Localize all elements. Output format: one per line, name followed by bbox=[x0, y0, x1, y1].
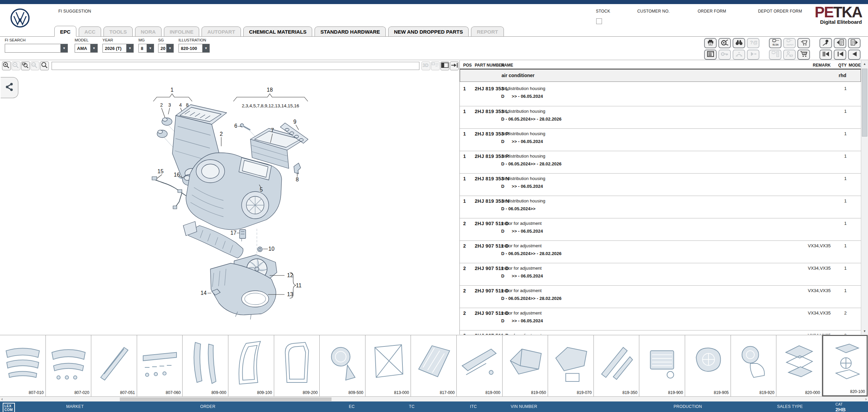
tab-standard-hardware[interactable]: STANDARD HARDWARE bbox=[315, 26, 386, 36]
svg-text:11[interactable]: 11 bbox=[296, 283, 302, 288]
chevron-down-icon[interactable]: ▼ bbox=[90, 44, 97, 52]
callout-18[interactable]: 18 bbox=[267, 87, 273, 93]
svg-text:9[interactable]: 9 bbox=[294, 119, 297, 125]
parts-diagram[interactable]: 1 18 2 3 4 8 2,3,4,5,7,8,9,12,13,14,15,1… bbox=[0, 72, 459, 335]
list-view-button[interactable] bbox=[704, 50, 717, 60]
svg-text:4[interactable]: 4 bbox=[179, 102, 182, 108]
zoom-area-button[interactable] bbox=[21, 61, 30, 70]
table-row[interactable]: 22HJ 907 511 Dmotor for adjustmentD - 06… bbox=[460, 285, 861, 308]
doc-next-button[interactable] bbox=[848, 38, 861, 48]
thumbnail-813-000[interactable]: 813-000 bbox=[365, 335, 411, 396]
pushpin-button[interactable] bbox=[819, 38, 832, 48]
cart-button[interactable] bbox=[797, 50, 810, 60]
table-row[interactable]: 12HJ 819 353 Lair distribution housingD … bbox=[460, 106, 861, 128]
svg-text:10[interactable]: 10 bbox=[268, 246, 275, 252]
thumbnail-820-100[interactable]: 820-100 bbox=[822, 335, 868, 396]
svg-text:14[interactable]: 14 bbox=[201, 290, 207, 296]
sg-select[interactable]: 20▼ bbox=[158, 44, 174, 53]
table-group-row[interactable]: air conditioner rhd bbox=[460, 69, 861, 82]
illustration-search-input[interactable] bbox=[52, 62, 419, 70]
chevron-down-icon[interactable]: ▼ bbox=[166, 44, 173, 52]
thumbnail-807-060[interactable]: 807-060 bbox=[137, 335, 183, 396]
table-row[interactable]: 12HJ 819 353 Pair distribution housingD … bbox=[460, 151, 861, 173]
thumbnail-819-905[interactable]: 819-905 bbox=[685, 335, 731, 396]
thumbnail-label: 809-100 bbox=[257, 390, 272, 395]
table-scrollbar[interactable]: ▲ ▼ bbox=[861, 60, 868, 335]
svg-text:6[interactable]: 6 bbox=[234, 123, 238, 129]
tab-chemical-materials[interactable]: CHEMICAL MATERIALS bbox=[243, 26, 312, 36]
scroll-left-button[interactable]: ‹ bbox=[1, 397, 3, 401]
table-row[interactable]: 22HJ 907 511 Dmotor for adjustmentD >> -… bbox=[460, 263, 861, 285]
thumbnail-809-100[interactable]: 809-100 bbox=[228, 335, 274, 396]
split-view-button[interactable] bbox=[440, 61, 449, 70]
thumbnail-819-070[interactable]: 819-070 bbox=[548, 335, 594, 396]
table-row[interactable]: 22HJ 907 511 Dmotor for adjustmentD >> -… bbox=[460, 308, 861, 330]
model-select[interactable]: AMA▼ bbox=[75, 44, 98, 53]
wheel-search-button[interactable] bbox=[718, 38, 731, 48]
thumbnail-809-500[interactable]: 809-500 bbox=[320, 335, 365, 396]
chevron-down-icon[interactable]: ▼ bbox=[202, 44, 209, 52]
thumbnail-817-000[interactable]: 817-000 bbox=[411, 335, 457, 396]
table-row[interactable]: 22HJ 907 511 Dmotor for adjustmentD >> -… bbox=[460, 330, 861, 335]
table-row[interactable]: 12HJ 819 353 Nair distribution housingD … bbox=[460, 173, 861, 196]
table-row[interactable]: 22HJ 907 511 Dmotor for adjustmentD >> -… bbox=[460, 218, 861, 240]
share-button[interactable] bbox=[1, 77, 18, 98]
elsa-monitor-button[interactable]: ELSA bbox=[769, 38, 781, 48]
zoom-free-button[interactable] bbox=[40, 61, 49, 70]
doc-prev-button[interactable] bbox=[834, 38, 846, 48]
thumbnail-807-020[interactable]: 807-020 bbox=[46, 335, 92, 396]
cart-add-button[interactable] bbox=[797, 38, 810, 48]
callout-1[interactable]: 1 bbox=[171, 87, 174, 93]
table-row[interactable]: 12HJ 819 353 Pair distribution housingD … bbox=[460, 128, 861, 151]
svg-text:3[interactable]: 3 bbox=[168, 102, 171, 108]
svg-text:12[interactable]: 12 bbox=[287, 272, 293, 278]
table-row[interactable]: 12HJ 819 353 Nair distribution housingD … bbox=[460, 196, 861, 218]
illustration-select[interactable]: 820-100▼ bbox=[178, 44, 210, 53]
year-select[interactable]: 2026 (T)▼ bbox=[102, 44, 134, 53]
col-model: MODEL bbox=[849, 63, 861, 68]
thumbnail-819-050[interactable]: 819-050 bbox=[503, 335, 548, 396]
thumbnail-819-350[interactable]: 819-350 bbox=[594, 335, 640, 396]
nav-back-button[interactable] bbox=[848, 50, 861, 60]
thumbnail-819-900[interactable]: 819-900 bbox=[639, 335, 685, 396]
scroll-right-button[interactable]: › bbox=[865, 397, 867, 401]
svg-text:17[interactable]: 17 bbox=[230, 230, 237, 236]
svg-text:15[interactable]: 15 bbox=[157, 168, 164, 174]
chevron-down-icon[interactable]: ▼ bbox=[126, 44, 133, 52]
svg-text:2[interactable]: 2 bbox=[220, 131, 223, 137]
stock-checkbox[interactable] bbox=[596, 18, 602, 24]
svg-text:5[interactable]: 5 bbox=[260, 187, 263, 193]
thumbnail-807-010[interactable]: 807-010 bbox=[0, 335, 46, 396]
table-row[interactable]: 12HJ 819 353 Lair distribution housingD … bbox=[460, 84, 861, 106]
zoom-in-button[interactable] bbox=[2, 61, 11, 70]
nav-first-button[interactable] bbox=[819, 50, 832, 60]
tab-new-and-dropped-parts[interactable]: NEW AND DROPPED PARTS bbox=[388, 26, 469, 36]
chevron-down-icon[interactable]: ▼ bbox=[147, 44, 154, 52]
thumbnail-809-200[interactable]: 809-200 bbox=[274, 335, 320, 396]
nav-prev-button[interactable] bbox=[834, 50, 846, 60]
thumbnail-scrollbar-thumb[interactable] bbox=[120, 397, 332, 401]
thumbnail-807-051[interactable]: 807-051 bbox=[91, 335, 137, 396]
svg-text:16[interactable]: 16 bbox=[174, 172, 180, 178]
chevron-down-icon[interactable]: ▼ bbox=[60, 44, 68, 52]
tab-epc[interactable]: EPC bbox=[54, 26, 76, 37]
print-button[interactable] bbox=[704, 38, 717, 48]
binoculars-button[interactable] bbox=[733, 38, 745, 48]
scrollbar-thumb[interactable] bbox=[862, 69, 867, 137]
mg-select[interactable]: 8▼ bbox=[138, 44, 154, 53]
svg-text:8[interactable]: 8 bbox=[296, 177, 299, 182]
thumbnail-scrollbar[interactable]: ‹ › bbox=[0, 396, 868, 401]
fi-search-input[interactable]: ▼ bbox=[5, 44, 68, 53]
scroll-up-button[interactable]: ▲ bbox=[861, 60, 868, 67]
svg-text:7[interactable]: 7 bbox=[271, 127, 274, 133]
fit-width-button[interactable] bbox=[450, 61, 459, 70]
thumbnail-809-000[interactable]: 809-000 bbox=[183, 335, 228, 396]
svg-text:13[interactable]: 13 bbox=[287, 291, 293, 297]
thumbnail-820-000[interactable]: 820-000 bbox=[776, 335, 822, 396]
thumbnail-819-920[interactable]: 819-920 bbox=[731, 335, 777, 396]
scroll-down-button[interactable]: ▼ bbox=[861, 328, 868, 335]
thumbnail-819-000[interactable]: 819-000 bbox=[457, 335, 503, 396]
callout-1-sub[interactable]: 2 bbox=[160, 102, 163, 108]
svg-text:8[interactable]: 8 bbox=[186, 102, 189, 108]
table-row[interactable]: 22HJ 907 511 Dmotor for adjustmentD - 06… bbox=[460, 240, 861, 263]
